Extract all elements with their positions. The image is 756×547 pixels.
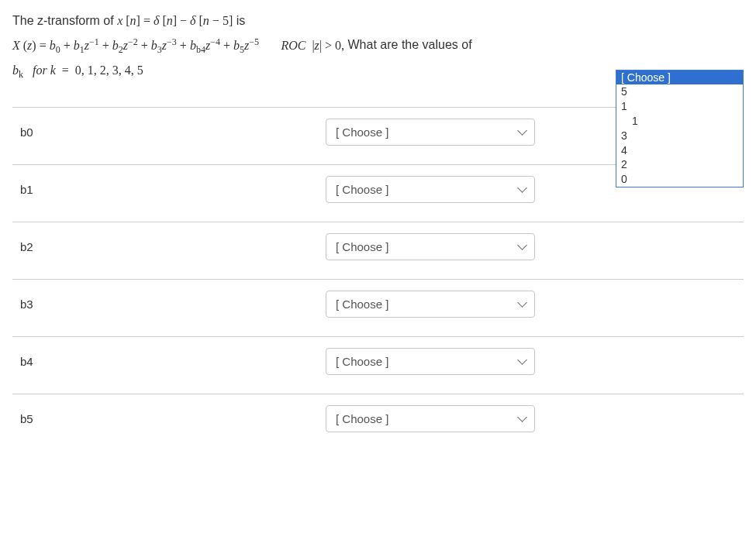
dropdown-option[interactable]: 2: [616, 157, 743, 172]
select-wrap: [ Choose ]: [326, 119, 535, 146]
choose-select-b1[interactable]: [ Choose ]: [326, 176, 535, 203]
dropdown-option[interactable]: 0: [616, 172, 743, 187]
q-line2-math: X (z) = b0 + b1z−1 + b2z−2 + b3z−3 + bb4…: [12, 39, 259, 52]
open-dropdown[interactable]: [ Choose ] 5 1 1 3 4 2 0: [616, 70, 744, 187]
question-container: The z-transform of x [n] = δ [n] − δ [n …: [12, 9, 744, 451]
match-row: b3 [ Choose ]: [12, 279, 744, 336]
row-label: b2: [16, 240, 310, 253]
dropdown-option[interactable]: 1: [616, 99, 743, 114]
select-wrap: [ Choose ]: [326, 176, 535, 203]
q-line2-suffix: What are the values of: [348, 39, 472, 52]
dropdown-option[interactable]: 3: [616, 129, 743, 143]
match-row: b4 [ Choose ]: [12, 336, 744, 394]
row-label: b5: [16, 412, 310, 425]
q-line2-roc: ROC |z| > 0,: [281, 39, 344, 52]
choose-select-b0[interactable]: [ Choose ]: [326, 119, 535, 146]
dropdown-option[interactable]: 5: [616, 84, 743, 99]
select-wrap: [ Choose ]: [326, 348, 535, 375]
row-label: b4: [16, 355, 310, 368]
row-label: b0: [16, 126, 310, 139]
q-line1-suffix: is: [236, 14, 246, 27]
choose-select-b4[interactable]: [ Choose ]: [326, 348, 535, 375]
match-row: b2 [ Choose ]: [12, 222, 744, 279]
select-wrap: [ Choose ]: [326, 233, 535, 260]
q-line1-prefix: The z-transform of: [12, 14, 117, 27]
choose-select-b2[interactable]: [ Choose ]: [326, 233, 535, 260]
row-label: b3: [16, 298, 310, 311]
dropdown-option[interactable]: 4: [616, 143, 743, 158]
select-wrap: [ Choose ]: [326, 291, 535, 318]
dropdown-header: [ Choose ]: [616, 71, 743, 84]
row-label: b1: [16, 183, 310, 196]
match-row: b5 [ Choose ]: [12, 394, 744, 451]
choose-select-b5[interactable]: [ Choose ]: [326, 405, 535, 432]
q-line1-math: x [n] = δ [n] − δ [n − 5]: [117, 14, 233, 27]
select-wrap: [ Choose ]: [326, 405, 535, 432]
choose-select-b3[interactable]: [ Choose ]: [326, 291, 535, 318]
q-line3-math: bk for k = 0, 1, 2, 3, 4, 5: [12, 64, 143, 77]
dropdown-option[interactable]: 1: [616, 114, 743, 129]
